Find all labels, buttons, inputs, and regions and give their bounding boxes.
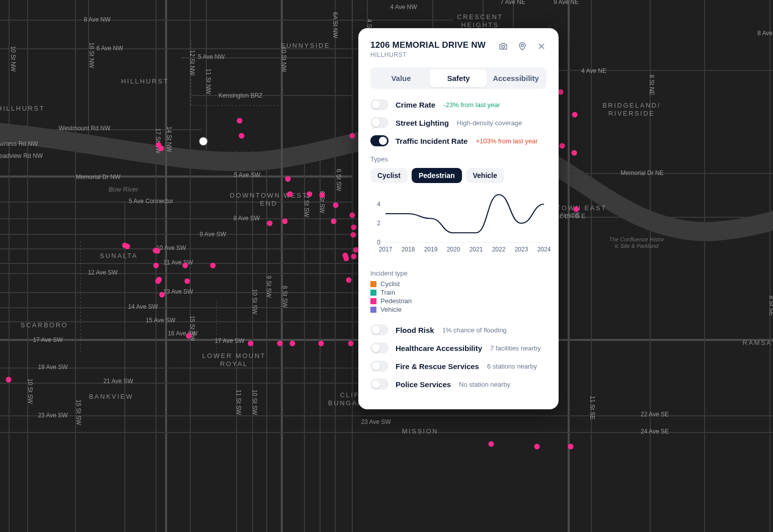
toggle-healthcare-accessibility[interactable] bbox=[370, 342, 389, 353]
svg-text:2021: 2021 bbox=[470, 246, 483, 253]
incident-pin[interactable] bbox=[351, 232, 356, 238]
metric-tabs: ValueSafetyAccessibility bbox=[370, 67, 547, 89]
incident-pin[interactable] bbox=[572, 112, 578, 118]
map-label: 19 Ave SW bbox=[38, 364, 68, 371]
tab-value[interactable]: Value bbox=[372, 69, 430, 87]
legend-label: Cyclist bbox=[380, 280, 400, 288]
incident-pin[interactable] bbox=[353, 247, 359, 253]
toggle-crime-rate[interactable] bbox=[370, 99, 389, 110]
legend-swatch bbox=[370, 307, 376, 313]
map-label: Bow River bbox=[108, 186, 138, 193]
map-label: END bbox=[260, 200, 278, 207]
legend-item: Pedestrian bbox=[370, 297, 547, 305]
chip-cyclist[interactable]: Cyclist bbox=[370, 168, 408, 183]
metric-row: Fire & Rescue Services6 stations nearby bbox=[370, 361, 547, 372]
toggle-street-lighting[interactable] bbox=[370, 117, 389, 128]
incident-pin[interactable] bbox=[320, 193, 325, 198]
map-label: 10 St NW bbox=[280, 46, 287, 72]
incident-pin[interactable] bbox=[267, 221, 273, 226]
incident-pin[interactable] bbox=[153, 263, 159, 269]
neighborhood-subtitle: HILLHURST bbox=[370, 51, 498, 58]
incident-pin[interactable] bbox=[351, 225, 357, 230]
map-label: WEST HILLHURST bbox=[0, 105, 45, 112]
tab-accessibility[interactable]: Accessibility bbox=[487, 69, 545, 87]
incident-pin[interactable] bbox=[319, 341, 324, 346]
incident-pin[interactable] bbox=[331, 219, 337, 224]
metric-row: Traffic Incident Rate+103% from last yea… bbox=[370, 135, 547, 146]
toggle-fire-rescue-services[interactable] bbox=[370, 361, 389, 372]
close-icon[interactable] bbox=[536, 41, 547, 51]
map-label: 18 St NW bbox=[88, 42, 95, 68]
incident-pin[interactable] bbox=[239, 133, 245, 139]
incident-pin[interactable] bbox=[489, 441, 494, 447]
incident-pin[interactable] bbox=[307, 192, 313, 197]
incident-pin[interactable] bbox=[186, 333, 192, 339]
metric-row: Flood Risk1% chance of flooding bbox=[370, 324, 547, 335]
incident-pin[interactable] bbox=[160, 292, 165, 298]
incident-pin[interactable] bbox=[159, 146, 164, 151]
incident-pin[interactable] bbox=[287, 192, 293, 197]
incident-pin[interactable] bbox=[568, 444, 574, 450]
incident-pin[interactable] bbox=[237, 118, 243, 124]
svg-text:2020: 2020 bbox=[447, 246, 460, 253]
legend-item: Train bbox=[370, 289, 547, 296]
incident-pin[interactable] bbox=[277, 341, 283, 346]
metric-row: Police ServicesNo station nearby bbox=[370, 379, 547, 390]
map-label: 22 Ave SE bbox=[641, 411, 669, 418]
incident-pin[interactable] bbox=[572, 150, 577, 156]
map-label: 21 Ave SW bbox=[103, 378, 133, 385]
toggle-flood-risk[interactable] bbox=[370, 324, 389, 335]
incident-pin[interactable] bbox=[183, 263, 188, 269]
camera-icon[interactable] bbox=[498, 41, 508, 51]
incident-pin[interactable] bbox=[125, 244, 130, 249]
incident-pin[interactable] bbox=[350, 133, 355, 139]
incident-pin[interactable] bbox=[346, 278, 352, 283]
map-label: SUNALTA bbox=[100, 252, 138, 259]
map-label: 11 St SE bbox=[589, 396, 596, 419]
map-label: 10 St SW bbox=[251, 289, 258, 315]
incident-pin[interactable] bbox=[348, 341, 354, 346]
map-label: 6A St NW bbox=[332, 12, 339, 39]
map-label: RIVERSIDE bbox=[608, 110, 655, 117]
incident-pin[interactable] bbox=[333, 203, 339, 208]
incident-pin[interactable] bbox=[156, 279, 161, 284]
incident-pin[interactable] bbox=[350, 213, 355, 218]
svg-text:2017: 2017 bbox=[379, 246, 393, 253]
incident-pin[interactable] bbox=[210, 263, 216, 269]
metric-detail: High-density coverage bbox=[457, 119, 522, 127]
toggle-traffic-incident-rate[interactable] bbox=[370, 135, 389, 146]
map-label: 13 Ave SW bbox=[163, 288, 193, 295]
map-label: 8 St SE bbox=[768, 296, 773, 316]
incident-pin[interactable] bbox=[534, 444, 540, 450]
incident-pin[interactable] bbox=[290, 341, 295, 346]
incident-pin[interactable] bbox=[351, 254, 357, 259]
map-label: 11 St SW bbox=[235, 390, 242, 415]
incident-pin[interactable] bbox=[344, 256, 349, 261]
incident-pin[interactable] bbox=[185, 279, 190, 284]
map-label: 15 Ave SW bbox=[145, 317, 176, 324]
incident-pin[interactable] bbox=[574, 207, 579, 212]
legend-label: Vehicle bbox=[380, 306, 402, 313]
toggle-police-services[interactable] bbox=[370, 379, 389, 390]
incident-pin[interactable] bbox=[6, 377, 12, 383]
map-label: 6 Ave NW bbox=[96, 45, 123, 52]
incident-pin[interactable] bbox=[248, 341, 254, 346]
location-pin-icon[interactable] bbox=[517, 41, 527, 51]
svg-text:2018: 2018 bbox=[402, 246, 415, 253]
legend-item: Vehicle bbox=[370, 306, 547, 313]
map-label: ROYAL bbox=[220, 360, 248, 368]
incident-pin[interactable] bbox=[560, 143, 565, 149]
tab-safety[interactable]: Safety bbox=[430, 69, 487, 87]
map-label: 5 Ave NW bbox=[198, 53, 225, 60]
selected-location-pin[interactable] bbox=[199, 137, 207, 145]
incident-pin[interactable] bbox=[285, 176, 291, 182]
map-label: 14 Ave SW bbox=[128, 303, 158, 310]
chip-pedestrian[interactable]: Pedestrian bbox=[412, 168, 462, 183]
incident-pin[interactable] bbox=[558, 90, 564, 95]
upper-metrics: Crime Rate-23% from last yearStreet Ligh… bbox=[370, 99, 547, 146]
chip-vehicle[interactable]: Vehicle bbox=[466, 168, 504, 183]
incident-legend: Incident type CyclistTrainPedestrianVehi… bbox=[370, 270, 547, 313]
incident-pin[interactable] bbox=[155, 248, 161, 254]
incident-pin[interactable] bbox=[282, 219, 288, 224]
metric-row: Healthcare Accessibility7 facilities nea… bbox=[370, 342, 547, 353]
